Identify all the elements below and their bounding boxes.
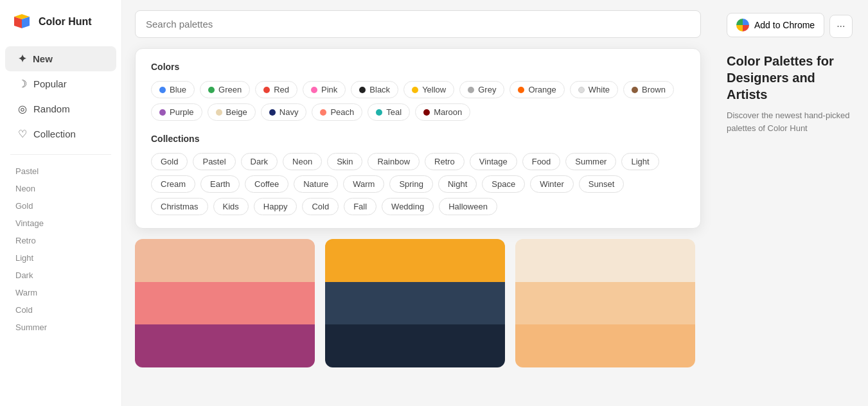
color-chip-label: Orange	[528, 85, 556, 94]
collection-chip-neon[interactable]: Neon	[283, 153, 322, 170]
palette-grid	[122, 229, 714, 378]
color-dot-orange	[518, 87, 524, 93]
color-chip-label: Yellow	[422, 85, 446, 94]
collection-chip-wedding[interactable]: Wedding	[382, 198, 434, 215]
color-chip-pink[interactable]: Pink	[303, 81, 346, 98]
color-chip-label: Green	[218, 85, 242, 94]
more-button[interactable]: ···	[829, 15, 852, 38]
sidebar-tag-vintage[interactable]: Vintage	[0, 215, 121, 232]
collection-chip-cream[interactable]: Cream	[151, 175, 195, 193]
collection-chip-dark[interactable]: Dark	[241, 153, 278, 170]
color-chip-label: Purple	[170, 107, 194, 117]
collection-chip-warm[interactable]: Warm	[343, 175, 384, 193]
color-dot-black	[359, 87, 366, 93]
collection-chip-food[interactable]: Food	[522, 153, 561, 170]
color-chip-beige[interactable]: Beige	[208, 103, 256, 121]
sidebar-tag-cold[interactable]: Cold	[0, 301, 121, 319]
palette-swatch	[515, 282, 695, 325]
collection-chip-night[interactable]: Night	[438, 175, 477, 193]
color-chip-label: Grey	[478, 85, 496, 94]
collection-chip-space[interactable]: Space	[482, 175, 525, 193]
color-chip-label: White	[589, 85, 610, 94]
collection-chip-coffee[interactable]: Coffee	[245, 175, 288, 193]
color-chip-label: Pink	[321, 85, 337, 94]
color-chip-yellow[interactable]: Yellow	[403, 81, 454, 98]
palette-card[interactable]	[135, 239, 315, 367]
color-chip-blue[interactable]: Blue	[151, 81, 195, 98]
color-dot-yellow	[412, 87, 418, 93]
sidebar-tag-gold[interactable]: Gold	[0, 197, 121, 215]
collection-chip-winter[interactable]: Winter	[530, 175, 574, 193]
nav-item-popular[interactable]: ☽Popular	[5, 71, 116, 96]
nav-icon: ✦	[18, 53, 26, 65]
palette-card[interactable]	[325, 239, 505, 367]
collection-chip-earth[interactable]: Earth	[200, 175, 240, 193]
color-dot-beige	[216, 109, 222, 116]
color-chip-maroon[interactable]: Maroon	[415, 103, 470, 121]
nav-icon: ♡	[18, 128, 27, 140]
collection-chip-skin[interactable]: Skin	[327, 153, 362, 170]
collection-chip-spring[interactable]: Spring	[389, 175, 433, 193]
color-dot-white	[578, 87, 585, 93]
color-chip-red[interactable]: Red	[255, 81, 297, 98]
collection-chip-gold[interactable]: Gold	[151, 153, 188, 170]
color-chip-green[interactable]: Green	[200, 81, 250, 98]
color-chip-brown[interactable]: Brown	[623, 81, 674, 98]
sidebar-tags: PastelNeonGoldVintageRetroLightDarkWarmC…	[0, 163, 121, 336]
color-chip-purple[interactable]: Purple	[151, 103, 202, 121]
search-input[interactable]	[135, 10, 701, 38]
collection-chip-fall[interactable]: Fall	[344, 198, 376, 215]
sidebar-tag-summer[interactable]: Summer	[0, 319, 121, 336]
collection-chip-retro[interactable]: Retro	[425, 153, 465, 170]
color-chip-grey[interactable]: Grey	[459, 81, 504, 98]
logo-area: Color Hunt	[0, 10, 121, 46]
color-chip-orange[interactable]: Orange	[509, 81, 564, 98]
sidebar-tag-retro[interactable]: Retro	[0, 232, 121, 249]
nav-item-random[interactable]: ◎Random	[5, 96, 116, 121]
collection-chip-light[interactable]: Light	[621, 153, 659, 170]
sidebar-tag-dark[interactable]: Dark	[0, 267, 121, 284]
collection-chip-summer[interactable]: Summer	[565, 153, 616, 170]
collection-chip-happy[interactable]: Happy	[254, 198, 297, 215]
color-dot-green	[208, 87, 215, 93]
color-chip-label: Peach	[330, 107, 354, 117]
search-area	[122, 0, 714, 48]
collection-chip-kids[interactable]: Kids	[213, 198, 249, 215]
palette-swatch	[135, 324, 315, 367]
color-dot-maroon	[423, 109, 430, 116]
nav-icon: ◎	[18, 103, 27, 115]
collection-chip-sunset[interactable]: Sunset	[579, 175, 624, 193]
collection-chip-nature[interactable]: Nature	[294, 175, 338, 193]
collection-chip-christmas[interactable]: Christmas	[151, 198, 208, 215]
collection-chip-pastel[interactable]: Pastel	[193, 153, 235, 170]
nav-label: Popular	[33, 78, 67, 89]
color-dot-blue	[159, 87, 166, 93]
color-chip-peach[interactable]: Peach	[312, 103, 362, 121]
nav-item-collection[interactable]: ♡Collection	[5, 121, 116, 146]
color-chip-label: Maroon	[434, 107, 462, 117]
color-chip-navy[interactable]: Navy	[261, 103, 307, 121]
promo-desc: Discover the newest hand-picked palettes…	[727, 109, 855, 134]
collection-chip-vintage[interactable]: Vintage	[470, 153, 517, 170]
add-to-chrome-button[interactable]: Add to Chrome	[727, 13, 824, 37]
promo-title: Color Palettes for Designers and Artists	[727, 53, 855, 103]
color-chips: BlueGreenRedPinkBlackYellowGreyOrangeWhi…	[151, 81, 685, 121]
sidebar-tag-neon[interactable]: Neon	[0, 180, 121, 197]
color-chip-white[interactable]: White	[570, 81, 618, 98]
nav-item-new[interactable]: ✦New	[5, 46, 116, 71]
palette-swatch	[325, 324, 505, 367]
collection-chip-rainbow[interactable]: Rainbow	[368, 153, 420, 170]
color-dot-navy	[269, 109, 276, 116]
collection-chip-cold[interactable]: Cold	[302, 198, 339, 215]
collection-chip-halloween[interactable]: Halloween	[439, 198, 497, 215]
color-dot-red	[263, 87, 270, 93]
sidebar-tag-warm[interactable]: Warm	[0, 284, 121, 301]
color-chip-black[interactable]: Black	[351, 81, 398, 98]
color-chip-teal[interactable]: Teal	[368, 103, 410, 121]
color-dot-purple	[159, 109, 166, 116]
color-dot-grey	[468, 87, 474, 93]
palette-card[interactable]	[515, 239, 695, 367]
sidebar-tag-light[interactable]: Light	[0, 249, 121, 267]
palette-swatch	[135, 239, 315, 282]
sidebar-tag-pastel[interactable]: Pastel	[0, 163, 121, 180]
